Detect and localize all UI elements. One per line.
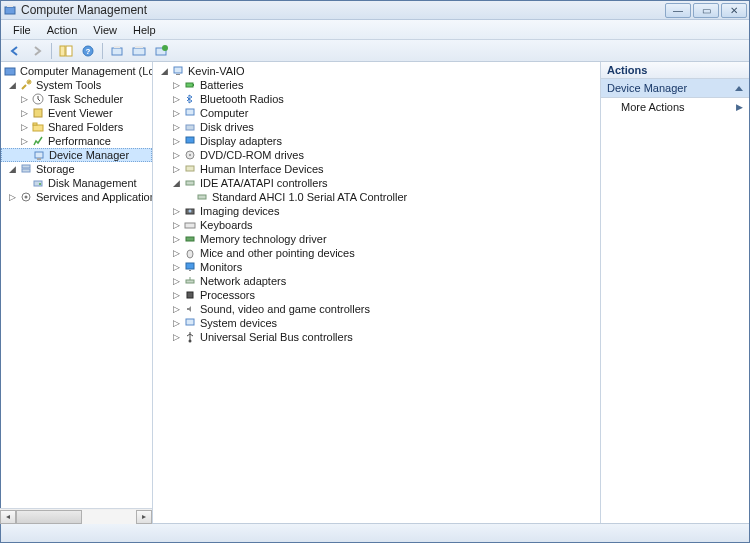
device-node-imaging[interactable]: ▷Imaging devices	[153, 204, 600, 218]
svg-rect-7	[114, 46, 120, 48]
device-node-memtech[interactable]: ▷Memory technology driver	[153, 232, 600, 246]
toolbar-separator	[102, 43, 103, 59]
expand-icon[interactable]: ▷	[171, 108, 182, 119]
console-tree[interactable]: Computer Management (Local ◢ System Tool…	[1, 62, 152, 206]
tools-icon	[19, 78, 33, 92]
expand-icon[interactable]: ▷	[171, 234, 182, 245]
scroll-right-button[interactable]: ▸	[136, 510, 152, 524]
tree-node-root[interactable]: Computer Management (Local	[1, 64, 152, 78]
help-button[interactable]: ?	[78, 42, 98, 60]
collapse-icon[interactable]: ◢	[7, 164, 18, 175]
computer-icon	[171, 64, 185, 78]
device-node-mice[interactable]: ▷Mice and other pointing devices	[153, 246, 600, 260]
expand-icon[interactable]: ▷	[171, 220, 182, 231]
tree-node-services-apps[interactable]: ▷ Services and Applications	[1, 190, 152, 204]
expand-icon[interactable]: ▷	[171, 248, 182, 259]
expand-icon[interactable]: ▷	[171, 262, 182, 273]
expand-icon[interactable]: ▷	[19, 136, 30, 147]
expand-icon[interactable]: ▷	[171, 150, 182, 161]
device-node-hid[interactable]: ▷Human Interface Devices	[153, 162, 600, 176]
tree-node-storage[interactable]: ◢ Storage	[1, 162, 152, 176]
device-node-sound[interactable]: ▷Sound, video and game controllers	[153, 302, 600, 316]
device-node-network[interactable]: ▷Network adapters	[153, 274, 600, 288]
device-node-batteries[interactable]: ▷Batteries	[153, 78, 600, 92]
device-tree[interactable]: ◢Kevin-VAIO ▷Batteries ▷Bluetooth Radios…	[153, 62, 600, 346]
device-node-processors[interactable]: ▷Processors	[153, 288, 600, 302]
collapse-icon[interactable]: ◢	[159, 66, 170, 77]
svg-rect-0	[5, 7, 15, 14]
device-node-display-adapters[interactable]: ▷Display adapters	[153, 134, 600, 148]
tree-node-system-tools[interactable]: ◢ System Tools	[1, 78, 152, 92]
actions-pane: Actions Device Manager More Actions ▶	[601, 62, 749, 523]
tree-node-performance[interactable]: ▷ Performance	[1, 134, 152, 148]
event-icon	[31, 106, 45, 120]
tree-node-shared-folders[interactable]: ▷ Shared Folders	[1, 120, 152, 134]
svg-rect-15	[34, 109, 42, 117]
tree-node-device-manager[interactable]: Device Manager	[1, 148, 152, 162]
uninstall-button[interactable]	[129, 42, 149, 60]
expand-icon[interactable]: ▷	[19, 94, 30, 105]
expand-icon[interactable]: ▷	[171, 136, 182, 147]
menu-file[interactable]: File	[5, 22, 39, 38]
expand-icon[interactable]: ▷	[171, 122, 182, 133]
svg-rect-45	[186, 280, 194, 283]
tree-node-task-scheduler[interactable]: ▷ Task Scheduler	[1, 92, 152, 106]
console-tree-pane: Computer Management (Local ◢ System Tool…	[1, 62, 153, 523]
device-node-host[interactable]: ◢Kevin-VAIO	[153, 64, 600, 78]
left-pane-scrollbar[interactable]: ◂ ▸	[1, 508, 152, 523]
expand-icon[interactable]: ▷	[19, 108, 30, 119]
menu-view[interactable]: View	[85, 22, 125, 38]
expand-icon[interactable]: ▷	[171, 94, 182, 105]
device-node-usb[interactable]: ▷Universal Serial Bus controllers	[153, 330, 600, 344]
scan-hardware-button[interactable]	[107, 42, 127, 60]
actions-more[interactable]: More Actions ▶	[601, 98, 749, 116]
scroll-left-button[interactable]: ◂	[1, 510, 16, 524]
svg-point-11	[162, 45, 168, 51]
expand-icon[interactable]: ▷	[171, 290, 182, 301]
expand-icon[interactable]: ▷	[171, 80, 182, 91]
maximize-button[interactable]: ▭	[693, 3, 719, 18]
svg-rect-20	[22, 165, 30, 168]
expand-icon[interactable]: ▷	[19, 122, 30, 133]
expand-icon[interactable]: ▷	[171, 276, 182, 287]
device-node-dvd[interactable]: ▷DVD/CD-ROM drives	[153, 148, 600, 162]
close-button[interactable]: ✕	[721, 3, 747, 18]
update-driver-button[interactable]	[151, 42, 171, 60]
menu-action[interactable]: Action	[39, 22, 86, 38]
device-node-bluetooth[interactable]: ▷Bluetooth Radios	[153, 92, 600, 106]
svg-rect-35	[186, 166, 194, 171]
back-button[interactable]	[5, 42, 25, 60]
expand-icon[interactable]: ▷	[7, 192, 18, 203]
svg-rect-36	[186, 181, 194, 185]
tree-node-event-viewer[interactable]: ▷ Event Viewer	[1, 106, 152, 120]
svg-point-48	[189, 340, 192, 343]
show-hide-tree-button[interactable]	[56, 42, 76, 60]
device-node-system-devices[interactable]: ▷System devices	[153, 316, 600, 330]
collapse-icon[interactable]: ◢	[7, 80, 18, 91]
device-node-computer[interactable]: ▷Computer	[153, 106, 600, 120]
device-node-keyboards[interactable]: ▷Keyboards	[153, 218, 600, 232]
expand-icon[interactable]: ▷	[171, 164, 182, 175]
minimize-button[interactable]: —	[665, 3, 691, 18]
device-node-disk-drives[interactable]: ▷Disk drives	[153, 120, 600, 134]
expand-icon[interactable]: ▷	[171, 332, 182, 343]
forward-button[interactable]	[27, 42, 47, 60]
svg-point-23	[39, 183, 41, 185]
titlebar: Computer Management — ▭ ✕	[1, 1, 749, 20]
expand-icon[interactable]: ▷	[171, 206, 182, 217]
device-node-ide[interactable]: ◢IDE ATA/ATAPI controllers	[153, 176, 600, 190]
bluetooth-icon	[183, 92, 197, 106]
display-icon	[183, 134, 197, 148]
svg-rect-1	[7, 5, 13, 7]
scroll-thumb[interactable]	[16, 510, 82, 524]
tree-node-disk-management[interactable]: Disk Management	[1, 176, 152, 190]
svg-point-42	[187, 250, 193, 258]
device-node-monitors[interactable]: ▷Monitors	[153, 260, 600, 274]
device-node-ide-child[interactable]: Standard AHCI 1.0 Serial ATA Controller	[153, 190, 600, 204]
menu-help[interactable]: Help	[125, 22, 164, 38]
disk-icon	[31, 176, 45, 190]
expand-icon[interactable]: ▷	[171, 304, 182, 315]
expand-icon[interactable]: ▷	[171, 318, 182, 329]
collapse-icon[interactable]: ◢	[171, 178, 182, 189]
actions-context[interactable]: Device Manager	[601, 79, 749, 98]
